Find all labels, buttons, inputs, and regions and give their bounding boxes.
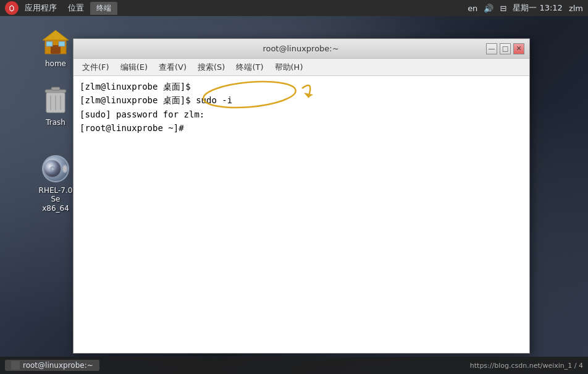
terminal-line-1: [zlm@linuxprobe 桌面]$ (80, 80, 523, 93)
menu-help[interactable]: 帮助(H) (270, 61, 308, 74)
desktop-icon-home[interactable]: home (34, 25, 77, 70)
volume-icon[interactable]: 🔊 (484, 4, 494, 13)
svg-marker-1 (43, 30, 69, 40)
terminal-menubar: 文件(F) 编辑(E) 查看(V) 搜索(S) 终端(T) 帮助(H) (74, 59, 529, 76)
taskbar-applications[interactable]: 应用程序 (20, 1, 62, 15)
datetime: 星期一 13:12 (513, 2, 563, 14)
svg-text:DVD: DVD (49, 174, 55, 177)
terminal-content[interactable]: [zlm@linuxprobe 桌面]$ [zlm@linuxprobe 桌面]… (74, 76, 529, 353)
window-icon (11, 361, 20, 370)
home-icon-image (41, 27, 70, 57)
terminal-titlebar: root@linuxprobe:~ — □ ✕ (74, 39, 529, 59)
taskbar-bottom: root@linuxprobe:~ https://blog.csdn.net/… (0, 357, 588, 374)
menu-terminal[interactable]: 终端(T) (231, 61, 268, 74)
terminal-title: root@linuxprobe:~ (116, 44, 486, 53)
svg-rect-4 (46, 41, 52, 46)
taskbar-top-left: 应用程序 位置 终端 (5, 1, 117, 15)
window-item-label: root@linuxprobe:~ (23, 361, 93, 370)
taskbar-top: 应用程序 位置 终端 en 🔊 ⊟ 星期一 13:12 zlm (0, 0, 588, 16)
dvd-icon-label2: x86_64 (42, 204, 69, 213)
taskbar-terminal-tab[interactable]: 终端 (90, 2, 117, 15)
svg-rect-5 (59, 41, 65, 46)
taskbar-bottom-right: https://blog.csdn.net/weixin_1 / 4 (470, 362, 583, 370)
trash-icon-image (41, 86, 70, 116)
app-menu-icon[interactable] (5, 1, 19, 15)
desktop-icon-trash[interactable]: Trash (34, 83, 77, 129)
dvd-icon-label1: RHEL-7.0 Se (33, 186, 78, 204)
svg-point-13 (51, 167, 54, 171)
terminal-window: root@linuxprobe:~ — □ ✕ 文件(F) 编辑(E) 查看(V… (73, 38, 530, 354)
minimize-button[interactable]: — (486, 43, 497, 54)
svg-rect-7 (51, 87, 60, 90)
maximize-button[interactable]: □ (500, 43, 511, 54)
dvd-icon-image: DVD (41, 154, 70, 184)
close-button[interactable]: ✕ (513, 43, 524, 54)
taskbar-top-right: en 🔊 ⊟ 星期一 13:12 zlm (468, 2, 583, 14)
terminal-line-3: [sudo] password for zlm: (80, 108, 523, 121)
terminal-line-2: [zlm@linuxprobe 桌面]$ sudo -i (80, 93, 523, 107)
user-name: zlm (569, 4, 583, 13)
menu-file[interactable]: 文件(F) (77, 61, 114, 74)
menu-edit[interactable]: 编辑(E) (116, 61, 153, 74)
terminal-line-4: [root@linuxprobe ~]# (80, 121, 523, 135)
taskbar-position[interactable]: 位置 (63, 1, 89, 15)
home-icon-label: home (45, 59, 66, 68)
menu-view[interactable]: 查看(V) (154, 61, 191, 74)
desktop: 应用程序 位置 终端 en 🔊 ⊟ 星期一 13:12 zlm (0, 0, 588, 374)
display-icon[interactable]: ⊟ (500, 4, 506, 13)
trash-icon-label: Trash (46, 118, 65, 127)
keyboard-layout: en (468, 4, 477, 13)
window-controls: — □ ✕ (486, 43, 524, 54)
menu-search[interactable]: 搜索(S) (193, 61, 230, 74)
taskbar-window-item[interactable]: root@linuxprobe:~ (5, 360, 99, 371)
taskbar-bottom-left: root@linuxprobe:~ (5, 360, 99, 371)
